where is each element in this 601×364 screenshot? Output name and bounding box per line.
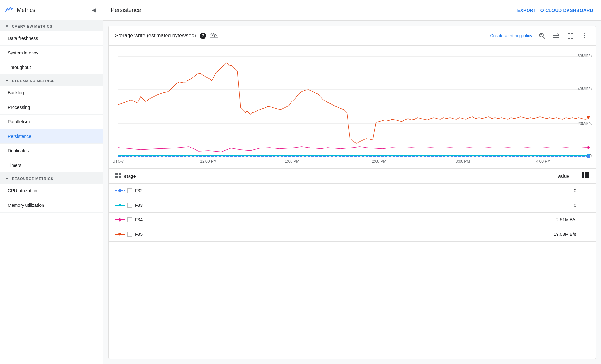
export-button[interactable]: EXPORT TO CLOUD DASHBOARD [517,8,593,13]
chart-title: Storage write (estimated bytes/sec) [115,33,196,39]
legend-row-f35: F35 19.03MiB/s [109,227,596,242]
page-title: Persistence [111,7,141,14]
svg-point-4 [584,37,585,38]
svg-rect-13 [582,172,584,178]
svg-point-1 [539,33,543,37]
y-label-40: 40MiB/s [578,87,592,91]
svg-rect-9 [115,173,118,175]
f35-checkbox[interactable] [127,232,132,237]
sidebar-item-memory-utilization[interactable]: Memory utilization [0,198,103,213]
f32-value: 0 [574,188,576,193]
f35-label: F35 [135,232,554,237]
sidebar-item-cpu-utilization[interactable]: CPU utilization [0,184,103,198]
f34-line [118,147,588,152]
f35-indicator [115,232,125,236]
metrics-wave-icon [210,32,218,40]
main-content: Persistence EXPORT TO CLOUD DASHBOARD St… [103,0,601,364]
f33-checkbox[interactable] [127,203,132,208]
legend-row-f34: F34 2.51MiB/s [109,213,596,227]
f32-label: F32 [135,188,574,193]
legend-table: stage Value [109,168,596,359]
y-label-60: 60MiB/s [578,54,592,58]
f35-line [118,63,588,143]
value-column-header: Value [557,174,569,179]
legend-row-f33: F33 0 [109,198,596,213]
x-label-12pm: 12:00 PM [200,159,216,164]
sidebar-section-streaming: ▼ STREAMING METRICS [0,75,103,86]
legend-header-row: stage Value [109,169,596,184]
stage-label: stage [124,174,136,179]
sidebar-item-data-freshness[interactable]: Data freshness [0,31,103,46]
f34-checkbox[interactable] [127,217,132,222]
overview-section-label: OVERVIEW METRICS [12,24,52,28]
sidebar-item-persistence[interactable]: Persistence [0,129,103,144]
chevron-down-icon: ▼ [5,24,9,29]
svg-point-3 [584,35,585,36]
svg-point-17 [118,189,121,192]
expand-icon[interactable] [566,31,575,40]
chart-actions: Create alerting policy [490,31,589,40]
sidebar-item-parallelism[interactable]: Parallelism [0,115,103,129]
x-label-4pm: 4:00 PM [536,159,551,164]
streaming-section-label: STREAMING METRICS [12,79,55,83]
svg-point-2 [584,33,585,34]
more-options-icon[interactable] [580,31,589,40]
sidebar-item-throughput[interactable]: Throughput [0,60,103,75]
create-alerting-policy-button[interactable]: Create alerting policy [490,33,532,38]
f33-label: F33 [135,203,574,208]
sidebar-title: Metrics [17,7,35,14]
x-label-utc7: UTC-7 [112,159,124,164]
f34-label: F34 [135,217,556,222]
chevron-down-icon-2: ▼ [5,79,9,83]
f35-value: 19.03MiB/s [554,232,576,237]
chart-container: Storage write (estimated bytes/sec) ? Cr… [108,26,596,359]
sidebar-section-resource: ▼ RESOURCE METRICS [0,173,103,184]
svg-rect-19 [119,204,121,206]
sidebar-item-timers[interactable]: Timers [0,158,103,173]
sidebar-item-processing[interactable]: Processing [0,100,103,115]
search-icon[interactable] [538,31,547,40]
x-label-1pm: 1:00 PM [285,159,300,164]
chart-header: Storage write (estimated bytes/sec) ? Cr… [109,26,596,46]
f33-indicator [115,203,125,207]
sidebar-item-duplicates[interactable]: Duplicates [0,144,103,158]
svg-rect-14 [585,172,587,178]
sidebar-section-overview: ▼ OVERVIEW METRICS [0,20,103,31]
y-label-20: 20MiB/s [578,121,592,126]
sidebar-collapse-button[interactable]: ◀ [91,5,98,15]
x-label-3pm: 3:00 PM [456,159,470,164]
f33-value: 0 [574,203,576,208]
f34-value: 2.51MiB/s [556,217,576,222]
f34-indicator [115,217,125,222]
f32-marker [587,154,590,158]
metrics-logo-icon [5,5,14,15]
svg-rect-12 [119,176,121,178]
svg-rect-10 [119,173,121,175]
sidebar-item-backlog[interactable]: Backlog [0,86,103,100]
resource-section-label: RESOURCE METRICS [12,177,53,181]
help-icon[interactable]: ? [200,33,206,39]
x-label-2pm: 2:00 PM [372,159,386,164]
compare-icon[interactable] [552,31,561,40]
sidebar: Metrics ◀ ▼ OVERVIEW METRICS Data freshn… [0,0,103,364]
svg-rect-11 [115,176,118,178]
top-bar: Persistence EXPORT TO CLOUD DASHBOARD [103,0,601,21]
sidebar-logo: Metrics [5,5,35,15]
stage-column-header: stage [115,172,557,180]
chevron-down-icon-3: ▼ [5,177,9,181]
f32-indicator [115,188,125,193]
chart-svg-area: 60MiB/s 40MiB/s 20MiB/s 0 UTC-7 12:00 PM… [109,46,596,168]
stage-grid-icon [115,172,121,180]
legend-row-f32: F32 0 [109,184,596,198]
svg-rect-15 [587,172,589,178]
svg-rect-21 [118,218,121,221]
f32-checkbox[interactable] [127,188,132,193]
f34-marker [587,146,590,149]
sidebar-header: Metrics ◀ [0,0,103,20]
sidebar-item-system-latency[interactable]: System latency [0,46,103,60]
chart-svg: 60MiB/s 40MiB/s 20MiB/s 0 UTC-7 12:00 PM… [109,48,596,168]
toggle-columns-icon[interactable] [582,172,589,180]
